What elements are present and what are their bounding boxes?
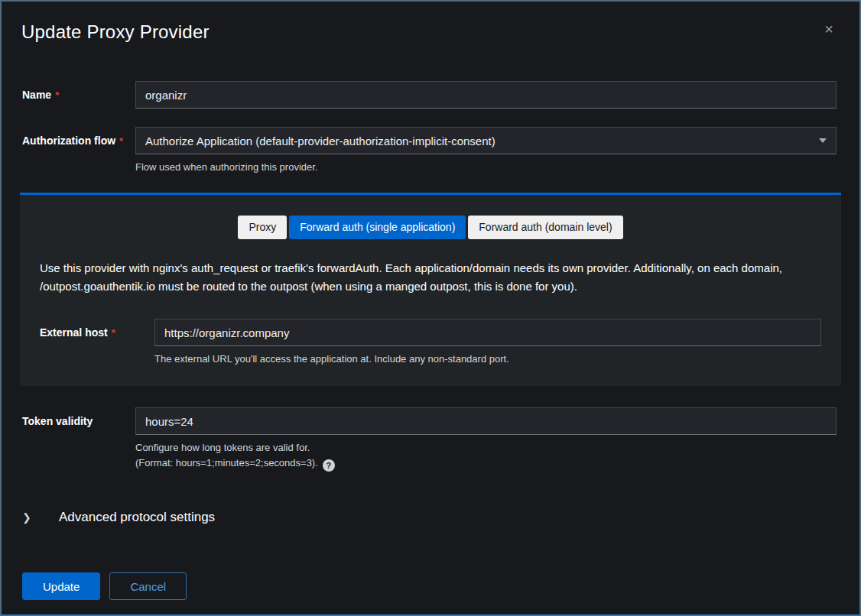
proxy-mode-card: Proxy Forward auth (single application) … (20, 193, 841, 386)
external-host-label-text: External host (40, 326, 108, 339)
external-host-help: The external URL you'll access the appli… (154, 352, 821, 366)
tab-forward-auth-single[interactable]: Forward auth (single application) (289, 216, 466, 239)
required-asterisk: * (55, 89, 59, 101)
proxy-mode-toggle-group: Proxy Forward auth (single application) … (38, 216, 823, 239)
authorization-flow-select[interactable]: Authorize Application (default-provider-… (135, 127, 837, 154)
help-circle-icon[interactable]: ? (323, 459, 335, 472)
token-validity-control: Configure how long tokens are valid for.… (135, 407, 837, 472)
external-host-control: The external URL you'll access the appli… (154, 319, 821, 366)
form-row-name: Name* (2, 81, 859, 109)
name-label-text: Name (22, 89, 51, 101)
external-host-input[interactable] (154, 319, 821, 346)
token-validity-input[interactable] (135, 407, 837, 435)
form-row-external-host: External host* The external URL you'll a… (38, 319, 823, 366)
chevron-right-icon: ❯ (22, 511, 45, 524)
authorization-flow-help: Flow used when authorizing this provider… (135, 160, 837, 174)
authorization-flow-control: Authorize Application (default-provider-… (135, 127, 837, 174)
token-validity-label: Token validity (22, 407, 135, 427)
modal-header: Update Proxy Provider × (2, 2, 859, 43)
authorization-flow-label: Authorization flow* (22, 127, 135, 147)
authorization-flow-label-text: Authorization flow (22, 135, 115, 147)
cancel-button[interactable]: Cancel (109, 572, 187, 600)
name-control (135, 81, 837, 109)
token-validity-help-line1: Configure how long tokens are valid for. (135, 441, 837, 455)
tab-forward-auth-domain[interactable]: Forward auth (domain level) (468, 216, 622, 239)
close-icon[interactable]: × (824, 21, 833, 37)
form-row-token-validity: Token validity Configure how long tokens… (2, 407, 859, 472)
caret-down-icon (819, 138, 827, 143)
authorization-flow-selected-value: Authorize Application (default-provider-… (145, 135, 495, 148)
token-validity-help-line2: (Format: hours=1;minutes=2;seconds=3).? (135, 456, 837, 472)
form-row-authorization-flow: Authorization flow* Authorize Applicatio… (2, 127, 859, 174)
token-validity-label-text: Token validity (22, 415, 93, 427)
name-input[interactable] (135, 81, 837, 109)
tab-proxy[interactable]: Proxy (238, 216, 287, 239)
advanced-protocol-settings-label: Advanced protocol settings (59, 510, 215, 525)
external-host-label: External host* (40, 319, 154, 339)
advanced-protocol-settings-toggle[interactable]: ❯ Advanced protocol settings (22, 510, 839, 525)
provider-form: Name* Authorization flow* Authorize Appl… (2, 81, 859, 600)
forward-auth-description: Use this provider with nginx's auth_requ… (38, 259, 823, 296)
required-asterisk: * (119, 135, 123, 147)
modal-footer: Update Cancel (22, 572, 839, 600)
update-button[interactable]: Update (22, 572, 100, 600)
page-title: Update Proxy Provider (21, 21, 837, 43)
update-proxy-provider-modal: Update Proxy Provider × Name* Authorizat… (0, 0, 861, 616)
required-asterisk: * (112, 327, 115, 339)
token-validity-format-text: (Format: hours=1;minutes=2;seconds=3). (135, 457, 318, 468)
name-label: Name* (22, 81, 135, 101)
